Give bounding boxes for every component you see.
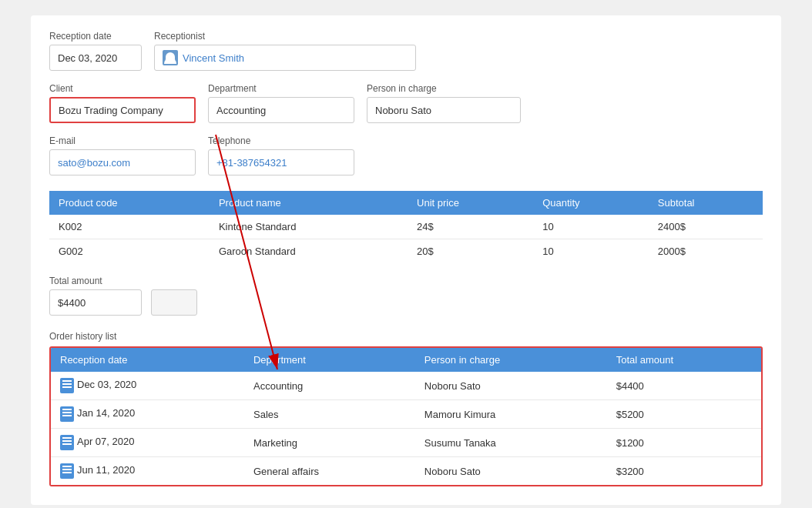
order-department: Sales xyxy=(244,400,415,429)
product-name: Kintone Standard xyxy=(210,215,408,239)
product-code: G002 xyxy=(49,239,210,264)
client-value[interactable]: Bozu Trading Company xyxy=(49,97,196,123)
reception-date-label: Reception date xyxy=(49,31,142,42)
order-total: $1200 xyxy=(607,429,761,457)
product-subtotal: 2000$ xyxy=(649,239,763,264)
order-department: Marketing xyxy=(244,429,415,457)
person-in-charge-value[interactable]: Noboru Sato xyxy=(367,97,521,123)
receptionist-field: Receptionist Vincent Smith xyxy=(154,31,416,71)
department-field: Department Accounting xyxy=(208,83,354,123)
telephone-field: Telephone +81-387654321 xyxy=(208,135,354,175)
col-header-quantity: Quantity xyxy=(533,191,649,215)
document-icon xyxy=(60,463,74,479)
total-amount-value: $4400 xyxy=(49,289,142,316)
product-name: Garoon Standard xyxy=(210,239,408,264)
order-total: $4400 xyxy=(607,372,761,400)
person-in-charge-field: Person in charge Noboru Sato xyxy=(367,83,521,123)
email-label: E-mail xyxy=(49,135,196,146)
receptionist-name: Vincent Smith xyxy=(183,52,244,64)
product-code: K002 xyxy=(49,215,210,239)
list-item[interactable]: Jun 11, 2020 General affairs Noboru Sato… xyxy=(51,457,761,486)
col-header-code: Product code xyxy=(49,191,210,215)
order-department: General affairs xyxy=(244,457,415,486)
order-col-total: Total amount xyxy=(607,348,761,372)
order-person: Noboru Sato xyxy=(415,457,607,486)
order-department: Accounting xyxy=(244,372,415,400)
telephone-label: Telephone xyxy=(208,135,354,146)
avatar-icon xyxy=(163,50,178,65)
document-icon xyxy=(60,406,74,422)
order-total: $3200 xyxy=(607,457,761,486)
receptionist-value[interactable]: Vincent Smith xyxy=(154,45,416,71)
product-subtotal: 2400$ xyxy=(649,215,763,239)
total-placeholder-box xyxy=(151,289,197,316)
telephone-value[interactable]: +81-387654321 xyxy=(208,149,354,175)
client-label: Client xyxy=(49,83,196,94)
reception-date-value[interactable]: Dec 03, 2020 xyxy=(49,45,142,71)
order-history-label: Order history list xyxy=(49,331,763,342)
order-person: Mamoru Kimura xyxy=(415,400,607,429)
email-field: E-mail sato@bozu.com xyxy=(49,135,196,175)
order-date: Jan 14, 2020 xyxy=(51,400,244,429)
total-amount-label: Total amount xyxy=(49,276,763,286)
col-header-unit-price: Unit price xyxy=(408,191,533,215)
products-table: Product code Product name Unit price Qua… xyxy=(49,191,763,263)
order-person: Noboru Sato xyxy=(415,372,607,400)
list-item[interactable]: Dec 03, 2020 Accounting Noboru Sato $440… xyxy=(51,372,761,400)
table-row[interactable]: G002 Garoon Standard 20$ 10 2000$ xyxy=(49,239,763,264)
product-unit-price: 24$ xyxy=(408,215,533,239)
list-item[interactable]: Jan 14, 2020 Sales Mamoru Kimura $5200 xyxy=(51,400,761,429)
product-quantity: 10 xyxy=(533,239,649,264)
order-date: Dec 03, 2020 xyxy=(51,372,244,400)
order-date: Jun 11, 2020 xyxy=(51,457,244,486)
department-label: Department xyxy=(208,83,354,94)
order-history-container: Reception date Department Person in char… xyxy=(49,346,763,486)
product-quantity: 10 xyxy=(533,215,649,239)
product-unit-price: 20$ xyxy=(408,239,533,264)
col-header-subtotal: Subtotal xyxy=(649,191,763,215)
document-icon xyxy=(60,435,74,450)
document-icon xyxy=(60,378,74,393)
list-item[interactable]: Apr 07, 2020 Marketing Susumu Tanaka $12… xyxy=(51,429,761,457)
order-total: $5200 xyxy=(607,400,761,429)
table-row[interactable]: K002 Kintone Standard 24$ 10 2400$ xyxy=(49,215,763,239)
order-person: Susumu Tanaka xyxy=(415,429,607,457)
order-col-department: Department xyxy=(244,348,415,372)
order-date: Apr 07, 2020 xyxy=(51,429,244,457)
person-in-charge-label: Person in charge xyxy=(367,83,521,94)
email-value[interactable]: sato@bozu.com xyxy=(49,149,196,175)
order-col-date: Reception date xyxy=(51,348,244,372)
reception-date-field: Reception date Dec 03, 2020 xyxy=(49,31,142,71)
department-value[interactable]: Accounting xyxy=(208,97,354,123)
order-history-table: Reception date Department Person in char… xyxy=(51,348,761,485)
col-header-name: Product name xyxy=(210,191,408,215)
client-field: Client Bozu Trading Company xyxy=(49,83,196,123)
receptionist-label: Receptionist xyxy=(154,31,416,42)
order-col-person: Person in charge xyxy=(415,348,607,372)
